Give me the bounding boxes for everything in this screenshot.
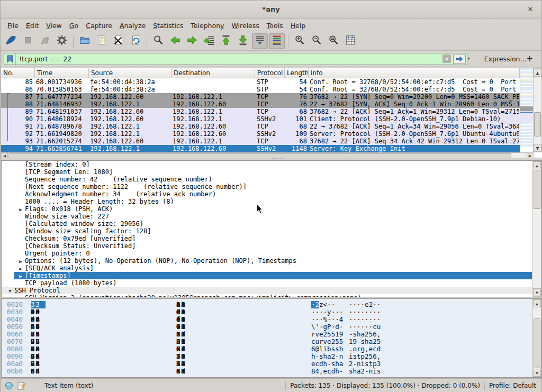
zoom-in-button[interactable]: [292, 33, 308, 49]
detail-row-15[interactable]: ▶[Timestamps]: [2, 272, 541, 279]
detail-row-14[interactable]: ▶[SEQ/ACK analysis]: [2, 265, 541, 272]
detail-row-13[interactable]: ▶Options: (12 bytes), No-Operation (NOP)…: [2, 257, 541, 265]
menu-item-capture[interactable]: Capture: [82, 20, 116, 31]
column-header-destination[interactable]: Destination: [171, 68, 255, 78]
bytes-vscrollbar[interactable]: ▲ ▼: [532, 299, 541, 377]
expander-collapsed-icon[interactable]: ▶: [16, 272, 25, 280]
packet-row-86[interactable]: 8670.013850163fe:54:00:d4:38:2aSTP54Conf…: [1, 86, 520, 93]
hex-row-0070[interactable]: 007063 75 72 76 65 32 35 3531 39 2d 73 6…: [2, 338, 541, 345]
scroll-down-icon[interactable]: ▼: [534, 144, 541, 152]
scroll-thumb[interactable]: [534, 318, 540, 368]
start-capture-button[interactable]: [3, 33, 19, 49]
column-header-length[interactable]: Length: [285, 68, 309, 78]
detail-row-17[interactable]: ▼SSH Protocol: [2, 287, 541, 294]
details-vscrollbar[interactable]: ▲ ▼: [532, 161, 541, 297]
menu-item-statistics[interactable]: Statistics: [149, 20, 187, 31]
menu-item-help[interactable]: Help: [287, 20, 310, 31]
menu-item-file[interactable]: File: [4, 20, 22, 31]
capture-comment-icon[interactable]: [17, 381, 25, 390]
scroll-up-icon[interactable]: ▲: [533, 299, 541, 307]
expert-info-icon[interactable]: [5, 381, 13, 390]
reload-file-button[interactable]: [128, 33, 143, 49]
display-filter-input[interactable]: [16, 55, 442, 63]
expander-expanded-icon[interactable]: ▼: [6, 287, 14, 295]
find-packet-button[interactable]: [150, 33, 166, 49]
packet-row-93[interactable]: 9371.662015274192.168.122.60192.168.122.…: [1, 138, 520, 145]
packet-row-85[interactable]: 8568.001734936fe:54:00:d4:38:2aSTP54Conf…: [1, 78, 520, 86]
auto-scroll-button[interactable]: [252, 33, 268, 49]
scroll-up-icon[interactable]: ▲: [533, 161, 541, 169]
expander-collapsed-icon[interactable]: ▶: [16, 258, 25, 265]
detail-row-10[interactable]: Checksum: 0x79ed [unverified]: [2, 235, 541, 242]
scroll-down-icon[interactable]: ▼: [533, 369, 541, 377]
packet-row-89[interactable]: 8971.648191037192.168.122.60192.168.122.…: [1, 108, 520, 115]
zoom-reset-button[interactable]: [326, 33, 341, 49]
hex-row-0050[interactable]: 00505c 27 b2 67 50 ad 64 981d 92 00 00 0…: [2, 323, 541, 331]
scroll-up-icon[interactable]: ▲: [534, 69, 541, 77]
column-header-protocol[interactable]: Protocol: [255, 68, 285, 78]
detail-row-6[interactable]: ▶Flags: 0x018 (PSH, ACK): [2, 205, 541, 213]
hex-row-00b0[interactable]: 00b038 34 2c 65 63 64 68 2d73 68 61 32 2…: [2, 368, 541, 375]
filter-history-dropdown[interactable]: ▾: [467, 53, 471, 65]
filter-clear-icon[interactable]: ✕: [442, 54, 451, 63]
menu-item-view[interactable]: View: [42, 20, 66, 31]
detail-row-5[interactable]: 1000 .... = Header Length: 32 bytes (8): [2, 198, 541, 205]
detail-row-9[interactable]: [Window size scaling factor: 128]: [2, 227, 541, 235]
filter-apply-button[interactable]: [453, 54, 466, 64]
packet-row-90[interactable]: 9071.648618924192.168.122.60192.168.122.…: [1, 115, 520, 123]
menu-item-edit[interactable]: Edit: [22, 20, 42, 31]
hex-row-0090[interactable]: 009068 2d 73 68 61 32 2d 6e69 73 74 70 3…: [2, 353, 541, 360]
expander-collapsed-icon[interactable]: ▶: [16, 206, 25, 213]
colorize-button[interactable]: [269, 33, 285, 49]
menu-item-go[interactable]: Go: [66, 20, 82, 31]
detail-row-2[interactable]: Sequence number: 42 (relative sequence n…: [2, 176, 541, 183]
packet-list-vscrollbar[interactable]: ▲ ▼: [533, 68, 542, 152]
go-forward-button[interactable]: [184, 33, 200, 49]
detail-row-7[interactable]: Window size value: 227: [2, 213, 541, 220]
column-header-time[interactable]: Time: [35, 68, 89, 78]
detail-row-12[interactable]: Urgent pointer: 0: [2, 250, 541, 257]
expression-button[interactable]: Expression...: [484, 55, 527, 63]
scroll-thumb[interactable]: [534, 170, 540, 209]
capture-options-button[interactable]: [54, 33, 70, 49]
expander-collapsed-icon[interactable]: ▶: [16, 295, 25, 297]
restart-capture-button[interactable]: [37, 33, 53, 49]
go-back-button[interactable]: [167, 33, 183, 49]
filter-bookmark-icon[interactable]: [4, 53, 16, 65]
detail-row-18[interactable]: ▶SSH Version 2 (encryption:chacha20-poly…: [2, 294, 541, 297]
hex-row-0060[interactable]: 006072 76 65 32 35 35 31 392d 73 68 61 3…: [2, 331, 541, 338]
packet-row-92[interactable]: 9271.661949820192.168.122.1192.168.122.6…: [1, 130, 520, 138]
menu-item-tools[interactable]: Tools: [263, 20, 287, 31]
column-header-no[interactable]: No.: [1, 68, 35, 78]
resize-columns-button[interactable]: [342, 33, 358, 49]
open-file-button[interactable]: [77, 33, 93, 49]
hex-row-00a0[interactable]: 00a065 63 64 68 2d 73 68 6132 2d 6e 69 7…: [2, 360, 541, 368]
detail-row-16[interactable]: TCP payload (1080 bytes): [2, 279, 541, 287]
zoom-out-button[interactable]: [309, 33, 324, 49]
detail-row-4[interactable]: Acknowledgment number: 34 (relative ack …: [2, 190, 541, 198]
hex-row-0080[interactable]: 008036 40 6c 69 62 73 73 682e 6f 72 67 2…: [2, 345, 541, 353]
menu-item-wireless[interactable]: Wireless: [228, 20, 263, 31]
intelligent-scrollbar-minimap[interactable]: [520, 68, 534, 152]
detail-row-1[interactable]: [TCP Segment Len: 1080]: [2, 168, 541, 176]
detail-row-3[interactable]: [Next sequence number: 1122 (relative se…: [2, 183, 541, 190]
profile-status[interactable]: Profile: Default: [489, 382, 536, 389]
go-to-bottom-button[interactable]: [235, 33, 251, 49]
detail-row-8[interactable]: [Calculated window size: 29056]: [2, 220, 541, 227]
save-file-button[interactable]: 010101100111: [94, 33, 110, 49]
packet-row-88[interactable]: 8871.648146932192.168.122.1192.168.122.6…: [1, 101, 520, 108]
expander-collapsed-icon[interactable]: ▶: [16, 265, 25, 272]
hex-row-0020[interactable]: 0020c0 a8 7a 3c 00 16 93 3285 a3 ac c0 6…: [2, 301, 541, 308]
add-filter-button[interactable]: +: [526, 54, 533, 63]
packet-row-91[interactable]: 9171.648789678192.168.122.1192.168.122.6…: [1, 123, 520, 130]
go-to-packet-button[interactable]: [201, 33, 217, 49]
menu-item-telephony[interactable]: Telephony: [187, 20, 228, 31]
close-window-button[interactable]: ✕: [526, 5, 535, 14]
column-header-source[interactable]: Source: [89, 68, 171, 78]
packet-row-94[interactable]: 9471.663856741192.168.122.1192.168.122.6…: [1, 145, 520, 152]
close-file-button[interactable]: [111, 33, 127, 49]
column-header-info[interactable]: Info: [309, 68, 520, 78]
scroll-down-icon[interactable]: ▼: [533, 288, 541, 296]
menu-item-analyze[interactable]: Analyze: [116, 20, 149, 31]
stop-capture-button[interactable]: [20, 33, 36, 49]
